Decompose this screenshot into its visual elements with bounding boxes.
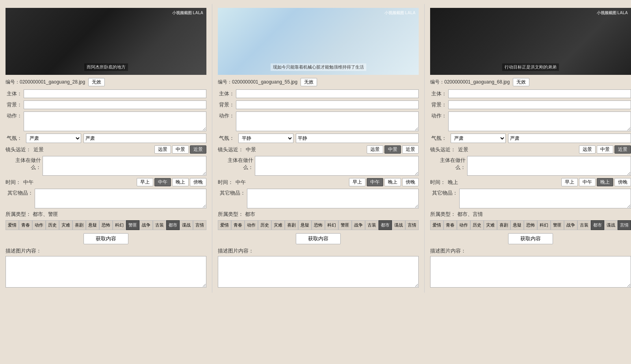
genre-btn-警匪[interactable]: 警匪 — [338, 220, 352, 230]
other-items-textarea[interactable] — [459, 189, 631, 208]
time-btn-晚上[interactable]: 晚上 — [597, 178, 613, 186]
subject-doing-textarea[interactable] — [467, 156, 631, 176]
genre-btn-都市[interactable]: 都市 — [591, 220, 604, 230]
time-btn-傍晚[interactable]: 傍晚 — [614, 178, 631, 186]
genre-btn-历史[interactable]: 历史 — [470, 220, 484, 230]
genre-btn-喜剧[interactable]: 喜剧 — [285, 220, 298, 230]
time-btn-傍晚[interactable]: 傍晚 — [190, 178, 206, 186]
genre-btn-青春[interactable]: 青春 — [231, 220, 245, 230]
background-input[interactable] — [236, 100, 419, 109]
shot-btn-近景[interactable]: 近景 — [190, 145, 206, 154]
genre-btn-言情[interactable]: 言情 — [618, 220, 631, 230]
action-textarea[interactable] — [24, 111, 206, 131]
genre-btn-爱情[interactable]: 爱情 — [6, 220, 19, 230]
genre-btn-恐怖[interactable]: 恐怖 — [524, 220, 537, 230]
genre-btn-历史[interactable]: 历史 — [46, 220, 59, 230]
get-content-button[interactable]: 获取内容 — [296, 233, 341, 244]
subject-input[interactable] — [448, 89, 631, 98]
genre-btn-谍战[interactable]: 谍战 — [180, 220, 193, 230]
other-items-textarea[interactable] — [247, 189, 419, 208]
mood-display[interactable] — [508, 134, 631, 143]
genre-btn-战争[interactable]: 战争 — [564, 220, 577, 230]
mood-select[interactable]: 严肃平静紧张轻松悲伤喜悦 — [26, 134, 81, 143]
shot-btn-中景[interactable]: 中景 — [384, 145, 401, 154]
mood-select[interactable]: 严肃平静紧张轻松悲伤喜悦 — [238, 134, 293, 143]
genre-btn-历史[interactable]: 历史 — [258, 220, 271, 230]
mood-select[interactable]: 严肃平静紧张轻松悲伤喜悦 — [451, 134, 506, 143]
genre-btn-青春[interactable]: 青春 — [444, 220, 457, 230]
genre-btn-动作[interactable]: 动作 — [32, 220, 46, 230]
genre-btn-灾难[interactable]: 灾难 — [271, 220, 285, 230]
shot-btn-中景[interactable]: 中景 — [597, 145, 613, 154]
describe-label: 描述图片内容： — [6, 247, 206, 254]
category-row: 所属类型：都市 — [218, 211, 419, 218]
time-btn-中午[interactable]: 中午 — [154, 178, 171, 186]
genre-btn-动作[interactable]: 动作 — [245, 220, 258, 230]
genre-btn-动作[interactable]: 动作 — [457, 220, 470, 230]
genre-btn-科幻[interactable]: 科幻 — [325, 220, 338, 230]
subject-doing-textarea[interactable] — [43, 156, 206, 176]
action-textarea[interactable] — [448, 111, 631, 131]
time-btn-早上[interactable]: 早上 — [561, 178, 578, 186]
describe-textarea[interactable] — [6, 256, 206, 288]
logo-mark: 小视频截图 LALA — [597, 10, 628, 16]
genre-btn-爱情[interactable]: 爱情 — [430, 220, 444, 230]
subject-doing-textarea[interactable] — [255, 156, 419, 176]
shot-btn-远景[interactable]: 远景 — [367, 145, 383, 154]
get-content-button[interactable]: 获取内容 — [508, 233, 553, 244]
genre-btn-悬疑[interactable]: 悬疑 — [298, 220, 312, 230]
genre-btn-战争[interactable]: 战争 — [139, 220, 153, 230]
describe-textarea[interactable] — [218, 256, 419, 288]
genre-btn-都市[interactable]: 都市 — [166, 220, 180, 230]
get-content-button[interactable]: 获取内容 — [84, 233, 128, 244]
invalid-button[interactable]: 无效 — [301, 78, 317, 86]
genre-btn-灾难[interactable]: 灾难 — [59, 220, 72, 230]
invalid-button[interactable]: 无效 — [513, 78, 529, 86]
genre-btn-青春[interactable]: 青春 — [19, 220, 32, 230]
genre-btn-灾难[interactable]: 灾难 — [484, 220, 497, 230]
genre-btn-喜剧[interactable]: 喜剧 — [497, 220, 510, 230]
action-textarea[interactable] — [236, 111, 419, 131]
time-btn-早上[interactable]: 早上 — [137, 178, 153, 186]
background-input[interactable] — [24, 100, 206, 109]
subject-input[interactable] — [236, 89, 419, 98]
genre-btn-战争[interactable]: 战争 — [352, 220, 365, 230]
genre-btn-言情[interactable]: 言情 — [193, 220, 206, 230]
genre-btn-爱情[interactable]: 爱情 — [218, 220, 231, 230]
time-btn-傍晚[interactable]: 傍晚 — [402, 178, 419, 186]
genre-btn-科幻[interactable]: 科幻 — [537, 220, 551, 230]
genre-btn-古装[interactable]: 古装 — [153, 220, 166, 230]
genre-btn-警匪[interactable]: 警匪 — [126, 220, 139, 230]
genre-btn-悬疑[interactable]: 悬疑 — [510, 220, 524, 230]
time-btn-早上[interactable]: 早上 — [349, 178, 366, 186]
mood-display[interactable] — [296, 134, 419, 143]
time-btn-中午[interactable]: 中午 — [367, 178, 383, 186]
genre-btn-警匪[interactable]: 警匪 — [551, 220, 564, 230]
shot-btn-远景[interactable]: 远景 — [579, 145, 596, 154]
time-btn-中午[interactable]: 中午 — [579, 178, 596, 186]
genre-btn-恐怖[interactable]: 恐怖 — [312, 220, 325, 230]
shot-btn-中景[interactable]: 中景 — [172, 145, 189, 154]
shot-btn-远景[interactable]: 远景 — [154, 145, 171, 154]
genre-btn-谍战[interactable]: 谍战 — [392, 220, 405, 230]
mood-display[interactable] — [84, 134, 206, 143]
describe-textarea[interactable] — [430, 256, 631, 288]
genre-btn-古装[interactable]: 古装 — [365, 220, 379, 230]
background-input[interactable] — [448, 100, 631, 109]
shot-btn-近景[interactable]: 近景 — [614, 145, 631, 154]
invalid-button[interactable]: 无效 — [88, 78, 105, 86]
shot-btn-近景[interactable]: 近景 — [402, 145, 419, 154]
other-items-textarea[interactable] — [35, 189, 206, 208]
subject-row: 主体： — [6, 89, 206, 98]
genre-btn-言情[interactable]: 言情 — [405, 220, 419, 230]
genre-btn-恐怖[interactable]: 恐怖 — [99, 220, 113, 230]
subject-input[interactable] — [24, 89, 206, 98]
time-btn-晚上[interactable]: 晚上 — [172, 178, 189, 186]
genre-btn-都市[interactable]: 都市 — [379, 220, 392, 230]
genre-btn-古装[interactable]: 古装 — [577, 220, 591, 230]
genre-btn-悬疑[interactable]: 悬疑 — [86, 220, 99, 230]
genre-btn-谍战[interactable]: 谍战 — [604, 220, 618, 230]
genre-btn-科幻[interactable]: 科幻 — [113, 220, 126, 230]
genre-btn-喜剧[interactable]: 喜剧 — [72, 220, 86, 230]
time-btn-晚上[interactable]: 晚上 — [384, 178, 401, 186]
